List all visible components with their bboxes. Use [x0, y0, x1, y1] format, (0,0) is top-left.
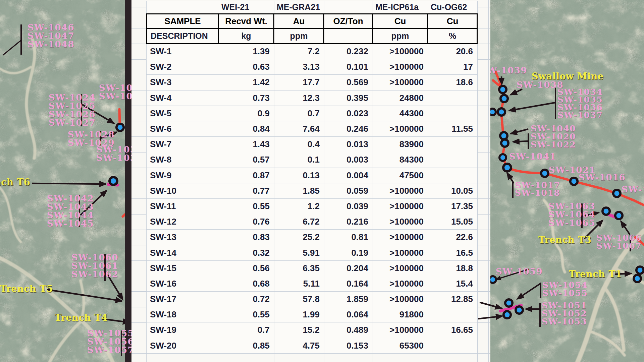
cu-pct-cell: 17.35 [428, 199, 478, 214]
cu-ppm-cell: >100000 [373, 121, 428, 137]
au-ppm-cell: 17.7 [274, 75, 324, 90]
sample-label: SW-1037 [557, 111, 603, 119]
au-ppm-cell: 5.11 [274, 276, 324, 292]
sample-label: SW-103 [99, 92, 131, 101]
recvd-wt-cell: 0.85 [219, 338, 274, 354]
aerial-map-left: SW-1046 SW-1047 SW-1048 SW-103 SW-103 SW… [0, 0, 131, 362]
sample-point [569, 177, 579, 186]
trench-t1-label: Trench T1 [569, 269, 622, 279]
sample-point [498, 85, 507, 94]
recvd-wt-cell: 1.39 [219, 44, 274, 59]
units-cell: ppm [274, 29, 324, 44]
empty-cell [373, 354, 428, 362]
cu-ppm-cell: 91800 [373, 307, 428, 322]
cu-ppm-cell: 83900 [373, 137, 428, 152]
au-ppm-cell: 1.2 [274, 199, 324, 214]
sample-point [633, 274, 642, 283]
sample-label: SW-103 [96, 154, 131, 162]
sample-point [108, 176, 118, 186]
empty-cell [324, 354, 373, 362]
sample-label: SW-1062 [71, 270, 118, 279]
spreadsheet-paper: WEI-21 ME-GRA21 ME-ICP61a Cu-OG62 SAMPLE… [131, 0, 490, 362]
table-row: SW-8 0.57 0.1 0.003 84300 [146, 152, 478, 168]
cu-pct-cell [428, 106, 478, 121]
au-ppm-cell: 25.2 [274, 230, 324, 245]
cu-ppm-cell: >100000 [373, 322, 428, 338]
assay-table-body: SW-1 1.39 7.2 0.232 >100000 20.6 SW-2 0.… [146, 44, 478, 354]
cu-pct-cell: 16.65 [428, 322, 478, 338]
units-cell: ppm [373, 29, 428, 44]
method-cell [146, 1, 219, 13]
sample-id-cell: SW-20 [146, 338, 219, 354]
sample-point [497, 107, 506, 117]
cu-pct-cell: 15.4 [428, 276, 478, 292]
oz-ton-cell: 0.039 [324, 199, 373, 214]
cu-pct-cell: 18.6 [428, 75, 478, 90]
cu-pct-cell: 10.05 [428, 183, 478, 199]
oz-ton-cell: 0.489 [324, 322, 373, 338]
cu-pct-cell [428, 90, 478, 106]
recvd-wt-cell: 0.55 [219, 307, 274, 322]
sample-point [540, 169, 549, 178]
cu-pct-cell: 17 [428, 59, 478, 75]
cu-pct-cell [428, 338, 478, 354]
sample-id-cell: SW-5 [146, 106, 219, 121]
recvd-wt-cell: 0.68 [219, 276, 274, 292]
label-group-sw1034: SW-1034 SW-1035 SW-1036 SW-1037 [557, 88, 603, 119]
au-ppm-cell: 1.99 [274, 307, 324, 322]
au-ppm-cell: 3.13 [274, 59, 324, 75]
sample-id-cell: SW-10 [146, 183, 219, 199]
sample-id-cell: SW-16 [146, 276, 219, 292]
label-group-sw1040: SW-1040 SW-1020 SW-1022 [531, 125, 576, 149]
recvd-wt-cell: 1.42 [219, 75, 274, 90]
cu-pct-cell: 15.05 [428, 214, 478, 230]
recvd-wt-cell: 0.84 [219, 121, 274, 137]
cu-ppm-cell: >100000 [373, 44, 428, 59]
sw1039-label: W-1039 [490, 66, 527, 75]
au-ppm-cell: 6.72 [274, 214, 324, 230]
sample-id-cell: SW-9 [146, 168, 219, 183]
table-row: SW-12 0.76 6.72 0.216 >100000 15.05 [146, 214, 478, 230]
recvd-wt-cell: 0.56 [219, 261, 274, 276]
label-group-sw1046: SW-1046 SW-1047 SW-1048 [28, 23, 74, 49]
sample-id-cell: SW-18 [146, 307, 219, 322]
au-ppm-cell: 15.2 [274, 322, 324, 338]
column-header: Recvd Wt. [219, 13, 274, 29]
au-ppm-cell: 0.7 [274, 106, 324, 121]
table-row: SW-14 0.32 5.91 0.19 >100000 16.5 [146, 245, 478, 260]
recvd-wt-cell: 0.73 [219, 90, 274, 106]
oz-ton-cell: 0.395 [324, 90, 373, 106]
sample-id-cell: SW-6 [146, 121, 219, 137]
sample-label: SW-1057 [87, 346, 131, 354]
table-row: SW-7 1.43 0.4 0.013 83900 [146, 137, 478, 152]
au-ppm-cell: 4.75 [274, 338, 324, 354]
sample-point [498, 153, 507, 162]
oz-ton-cell: 0.164 [324, 276, 373, 292]
screenshot-canvas: SW-1046 SW-1047 SW-1048 SW-103 SW-103 SW… [0, 0, 644, 362]
cu-ppm-cell: >100000 [373, 230, 428, 245]
recvd-wt-cell: 0.83 [219, 230, 274, 245]
empty-cell [219, 354, 274, 362]
empty-cell [146, 354, 219, 362]
method-cell: Cu-OG62 [428, 1, 478, 13]
oz-ton-cell: 0.101 [324, 59, 373, 75]
trench-t5-label: Trench T5 [0, 284, 53, 294]
sample-label: SW-1055 [542, 289, 588, 297]
recvd-wt-cell: 0.9 [219, 106, 274, 121]
sample-id-cell: SW-14 [146, 245, 219, 260]
oz-ton-cell: 1.859 [324, 292, 373, 307]
oz-ton-cell: 0.064 [324, 307, 373, 322]
table-row: SW-11 0.55 1.2 0.039 >100000 17.35 [146, 199, 478, 214]
column-header: Cu [373, 13, 428, 29]
cu-pct-cell [428, 152, 478, 168]
header-row: SAMPLE Recvd Wt. Au OZ/Ton Cu Cu [146, 13, 478, 29]
column-header: SAMPLE [146, 13, 219, 29]
cu-ppm-cell: >100000 [373, 199, 428, 214]
empty-cell [274, 354, 324, 362]
cu-ppm-cell: 47500 [373, 168, 428, 183]
cu-ppm-cell: >100000 [373, 261, 428, 276]
label-group-sw1063: SW-1063 SW-1064 SW-1065 [548, 202, 595, 227]
sample-id-cell: SW-7 [146, 137, 219, 152]
oz-ton-cell: 0.569 [324, 75, 373, 90]
units-cell [324, 29, 373, 44]
